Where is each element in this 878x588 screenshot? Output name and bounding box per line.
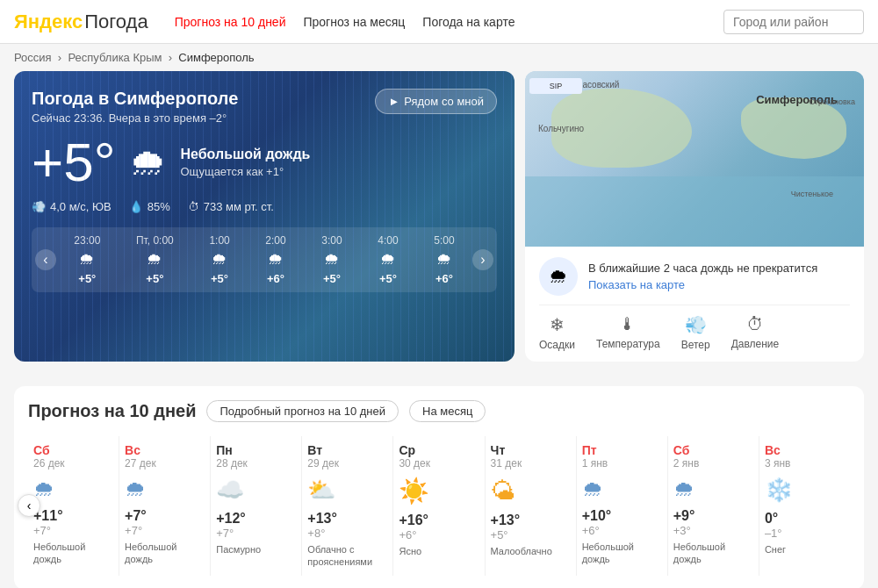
wind-icon: 💨 <box>32 200 46 213</box>
day-icon-0: 🌧 <box>33 477 113 501</box>
breadcrumb-russia[interactable]: Россия <box>14 51 52 64</box>
detailed-forecast-button[interactable]: Подробный прогноз на 10 дней <box>206 400 399 422</box>
day-desc-8: Снег <box>765 543 845 556</box>
temperature-mode-label: Температура <box>596 338 660 350</box>
pressure-icon: ⏱ <box>188 200 199 213</box>
logo-yandex-text: Яндекс <box>14 11 83 33</box>
rain-alert-text-block: В ближайшие 2 часа дождь не прекратится … <box>588 261 817 292</box>
day-high-7: +9° <box>673 508 753 524</box>
day-name-3: Вт <box>307 443 387 457</box>
gauge-icon: ⏱ <box>746 314 764 334</box>
wind-detail: 💨 4,0 м/с, ЮВ <box>32 200 112 213</box>
day-low-2: +7° <box>216 527 296 540</box>
forecast-day-6: Пт 1 янв 🌧 +10° +6° Небольшой дождь <box>577 436 668 576</box>
feels-like: Ощущается как +1° <box>180 165 310 178</box>
precipitation-mode[interactable]: ❄ Осадки <box>539 314 575 351</box>
hourly-item: Пт, 0:00 🌧 +5° <box>136 234 174 285</box>
hourly-item: 4:00 🌧 +5° <box>378 234 398 285</box>
temperature-mode[interactable]: 🌡 Температура <box>596 314 660 351</box>
map-tag-sip: SIP <box>529 78 582 94</box>
forecast-day-0: Сб 26 дек 🌧 +11° +7° Небольшой дождь <box>28 436 119 576</box>
day-low-3: +8° <box>307 527 387 540</box>
weather-description: Небольшой дождь <box>180 147 310 162</box>
day-desc-1: Небольшой дождь <box>125 541 205 566</box>
breadcrumb-crimea[interactable]: Республика Крым <box>68 51 162 64</box>
nav-month[interactable]: Прогноз на месяц <box>303 15 405 29</box>
hourly-icon-5: 🌧 <box>380 250 396 269</box>
hourly-temp-1: +5° <box>146 272 163 285</box>
hourly-icon-4: 🌧 <box>324 250 340 269</box>
map-label-strogovka: Строгановка <box>809 97 855 106</box>
show-on-map-link[interactable]: Показать на карте <box>588 278 685 291</box>
info-panel: 🌧 В ближайшие 2 часа дождь не прекратитс… <box>525 247 864 362</box>
navigation-icon: ► <box>388 95 399 108</box>
day-icon-1: 🌧 <box>125 477 205 501</box>
day-date-8: 3 янв <box>765 457 845 470</box>
hourly-temp-6: +6° <box>435 272 453 285</box>
city-info: Погода в Симферополе Сейчас 23:36. Вчера… <box>32 89 238 125</box>
forecast-days: Сб 26 дек 🌧 +11° +7° Небольшой дождь Вс … <box>28 436 850 576</box>
day-name-2: Пн <box>216 443 296 457</box>
wind-mode[interactable]: 💨 Ветер <box>681 314 710 351</box>
hourly-icon-3: 🌧 <box>268 250 284 269</box>
map-label-kolchugino: Кольчугино <box>538 124 584 133</box>
city-title: Погода в Симферополе <box>32 89 238 109</box>
nav-map[interactable]: Погода на карте <box>422 15 515 29</box>
day-name-6: Пт <box>582 443 662 457</box>
hourly-time-4: 3:00 <box>321 234 342 247</box>
hourly-icon-6: 🌧 <box>436 250 452 269</box>
day-desc-3: Облачно с прояснениями <box>307 543 387 569</box>
day-high-6: +10° <box>582 508 662 524</box>
forecast-title: Прогноз на 10 дней <box>28 401 196 421</box>
pressure-mode[interactable]: ⏱ Давление <box>731 314 780 351</box>
day-date-5: 31 дек <box>491 457 571 470</box>
forecast-prev-button[interactable]: ‹ <box>18 494 40 517</box>
hourly-time-6: 5:00 <box>434 234 454 247</box>
current-temperature: +5° <box>32 135 115 190</box>
forecast-days-wrapper: ‹ Сб 26 дек 🌧 +11° +7° Небольшой дождь В… <box>28 436 850 576</box>
weather-card: Погода в Симферополе Сейчас 23:36. Вчера… <box>14 71 515 362</box>
day-low-0: +7° <box>33 524 113 537</box>
day-icon-5: 🌤 <box>491 477 571 506</box>
precipitation-icon: ❄ <box>550 314 565 335</box>
hourly-next-button[interactable]: › <box>472 249 493 270</box>
day-icon-4: ☀️ <box>399 477 479 506</box>
hourly-time-1: Пт, 0:00 <box>136 234 174 247</box>
weather-modes: ❄ Осадки 🌡 Температура 💨 Ветер ⏱ Давлени… <box>539 305 850 351</box>
nearby-button[interactable]: ► Рядом со мной <box>375 89 497 114</box>
day-icon-7: 🌧 <box>673 477 753 501</box>
humidity-detail: 💧 85% <box>129 200 170 213</box>
day-date-3: 29 дек <box>307 457 387 470</box>
day-high-2: +12° <box>216 511 296 527</box>
hourly-time-3: 2:00 <box>265 234 285 247</box>
temperature-row: +5° 🌧 Небольшой дождь Ощущается как +1° <box>32 135 497 190</box>
day-low-8: –1° <box>765 527 845 540</box>
hourly-prev-button[interactable]: ‹ <box>35 249 56 270</box>
day-high-0: +11° <box>33 508 113 524</box>
day-desc-6: Небольшой дождь <box>582 541 662 566</box>
weather-cloud-icon: 🌧 <box>129 141 166 183</box>
day-low-6: +6° <box>582 524 662 537</box>
day-low-5: +5° <box>491 528 571 541</box>
day-name-5: Чт <box>491 443 571 457</box>
forecast-day-7: Сб 2 янв 🌧 +9° +3° Небольшой дождь <box>668 436 759 576</box>
forecast-day-4: Ср 30 дек ☀️ +16° +6° Ясно <box>393 436 485 576</box>
precipitation-label: Осадки <box>539 339 575 351</box>
day-icon-2: ☁️ <box>216 477 296 504</box>
search-input[interactable] <box>723 10 864 34</box>
wind-value: 4,0 м/с, ЮВ <box>50 200 112 213</box>
day-high-8: 0° <box>765 511 845 527</box>
nav-10days[interactable]: Прогноз на 10 дней <box>175 15 286 29</box>
day-icon-3: ⛅ <box>307 477 387 504</box>
day-desc-0: Небольшой дождь <box>33 541 113 566</box>
day-desc-2: Пасмурно <box>216 543 296 556</box>
breadcrumb: Россия › Республика Крым › Симферополь <box>0 44 878 71</box>
hourly-icon-2: 🌧 <box>212 250 227 269</box>
map-background: Симферополь Грасовский Кольчугино Строга… <box>525 71 864 247</box>
month-forecast-button[interactable]: На месяц <box>409 400 486 422</box>
day-date-6: 1 янв <box>582 457 662 470</box>
hourly-time-5: 4:00 <box>378 234 398 247</box>
day-name-7: Сб <box>673 443 753 457</box>
hourly-item: 2:00 🌧 +6° <box>265 234 285 285</box>
day-high-3: +13° <box>307 511 387 527</box>
